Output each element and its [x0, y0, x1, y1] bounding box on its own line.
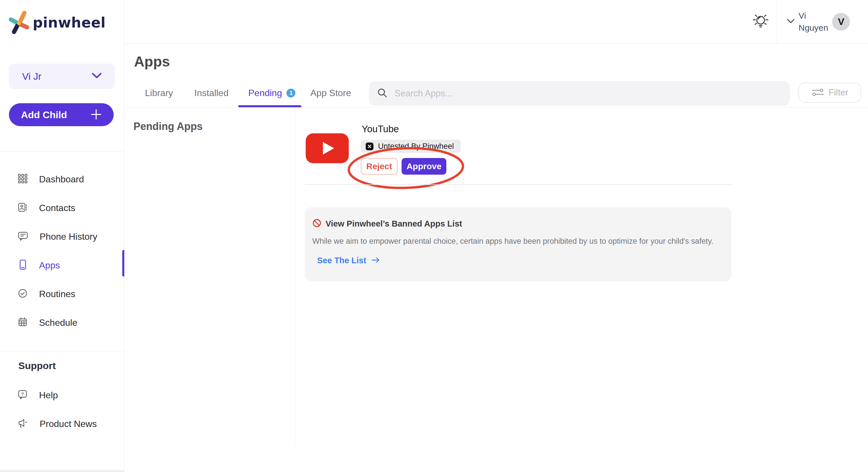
page-title: Apps: [134, 53, 170, 70]
sidebar-item-label: Dashboard: [39, 174, 84, 185]
calendar-icon: [18, 317, 28, 328]
sidebar-item-schedule[interactable]: Schedule: [0, 308, 124, 337]
pending-count-badge: 1: [286, 89, 296, 98]
active-tab-underline: [238, 105, 301, 107]
help-bubble-icon: ?: [18, 390, 28, 401]
sidebar-item-label: Schedule: [39, 317, 77, 328]
status-badge-label: Untested By Pinwheel: [378, 142, 454, 151]
contacts-card-icon: [18, 202, 28, 213]
search-input[interactable]: [394, 88, 782, 99]
banned-card-title: View Pinwheel’s Banned Apps List: [326, 219, 462, 229]
sidebar-item-contacts[interactable]: Contacts: [0, 194, 124, 222]
app-name: YouTube: [362, 124, 399, 134]
youtube-app-icon: [306, 133, 349, 164]
smartphone-icon: [18, 260, 28, 271]
reject-button[interactable]: Reject: [361, 158, 398, 175]
untested-x-icon: [366, 142, 373, 150]
sidebar-item-apps[interactable]: Apps: [0, 251, 124, 279]
dashboard-grid-icon: [18, 174, 28, 185]
chevron-down-icon: [787, 19, 795, 25]
sidebar-item-phone-history[interactable]: Phone History: [0, 222, 124, 251]
sidebar-item-label: Apps: [39, 260, 60, 271]
megaphone-icon: [18, 418, 28, 429]
pinwheel-app-page: pinwheel Vi Jr Add Child Da: [0, 0, 868, 472]
child-selector-label: Vi Jr: [22, 71, 41, 82]
approve-button[interactable]: Approve: [402, 158, 446, 175]
banned-card-body: While we aim to empower parental choice,…: [312, 237, 713, 246]
filter-button[interactable]: Filter: [799, 82, 861, 103]
sidebar-item-label: Contacts: [39, 203, 75, 213]
tips-button[interactable]: [750, 11, 771, 32]
pinwheel-logo: pinwheel: [9, 10, 105, 36]
filter-sliders-icon: [811, 87, 824, 98]
sidebar-item-label: Help: [39, 390, 58, 401]
support-heading: Support: [19, 360, 56, 371]
topbar-divider: [777, 0, 777, 43]
brand-wordmark: pinwheel: [33, 14, 105, 31]
sidebar-item-label: Product News: [40, 419, 97, 429]
tab-pending[interactable]: Pending 1: [248, 88, 296, 98]
chevron-down-icon: [92, 73, 102, 80]
tab-library[interactable]: Library: [145, 88, 173, 98]
search-bar[interactable]: [369, 81, 790, 106]
sidebar-item-label: Phone History: [40, 231, 97, 242]
tab-installed[interactable]: Installed: [194, 88, 228, 98]
sidebar-item-product-news[interactable]: Product News: [0, 409, 124, 438]
pinwheel-mark-icon: [9, 10, 30, 36]
arrow-right-icon: [371, 257, 380, 264]
sidebar-divider: [0, 151, 124, 151]
add-child-label: Add Child: [21, 109, 67, 121]
profile-menu[interactable]: Vi Nguyen V: [787, 0, 868, 43]
row-divider: [305, 184, 732, 185]
sidebar-item-label: Routines: [39, 289, 75, 299]
banned-card-title-row: View Pinwheel’s Banned Apps List: [312, 218, 462, 229]
chat-bubble-icon: [18, 231, 28, 242]
sidebar: pinwheel Vi Jr Add Child Da: [0, 0, 124, 472]
active-nav-indicator: [122, 250, 124, 276]
user-name: Vi Nguyen: [799, 10, 828, 34]
lightbulb-icon: [752, 13, 769, 31]
sidebar-bottom-border: [0, 471, 124, 471]
circle-check-icon: [18, 289, 28, 299]
banned-icon: [312, 218, 321, 229]
content-vertical-divider: [295, 107, 296, 445]
status-badge: Untested By Pinwheel: [361, 140, 461, 153]
sidebar-item-routines[interactable]: Routines: [0, 279, 124, 308]
pending-apps-heading: Pending Apps: [133, 121, 203, 133]
plus-icon: [91, 109, 102, 121]
tab-app-store[interactable]: App Store: [310, 88, 351, 98]
sidebar-item-dashboard[interactable]: Dashboard: [0, 165, 124, 194]
svg-text:?: ?: [21, 392, 24, 396]
child-selector-dropdown[interactable]: Vi Jr: [9, 64, 115, 89]
filter-label: Filter: [829, 88, 848, 98]
avatar[interactable]: V: [832, 13, 850, 31]
see-the-list-link[interactable]: See The List: [317, 256, 380, 265]
sidebar-item-help[interactable]: ? Help: [0, 381, 124, 409]
search-icon: [377, 88, 388, 100]
add-child-button[interactable]: Add Child: [9, 103, 114, 126]
